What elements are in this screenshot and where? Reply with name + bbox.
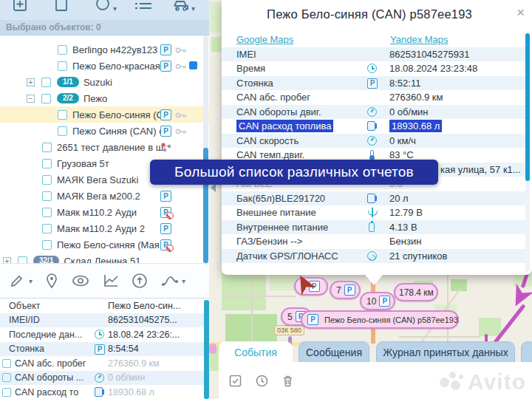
popup-row: Время 18.08.2024 23:23:48 xyxy=(222,61,525,76)
unit-list-scrollbar[interactable] xyxy=(203,35,208,263)
edit-pencil-button[interactable] xyxy=(9,273,25,289)
key-icon xyxy=(175,47,187,54)
unit-row[interactable]: Пежо Бело-красная P xyxy=(0,58,209,74)
battery-icon xyxy=(369,222,375,232)
info-row[interactable]: Объект Пежо Бело-син... xyxy=(0,299,204,313)
map-road xyxy=(399,336,480,338)
parking-badge-icon: P xyxy=(160,223,171,234)
map-distance-pill[interactable]: 178.4 км xyxy=(394,283,438,301)
chevron-down-icon[interactable]: ▾ xyxy=(191,4,195,13)
chevron-down-icon[interactable]: ▾ xyxy=(29,277,33,285)
unit-checkbox[interactable] xyxy=(58,61,67,71)
chart-button[interactable] xyxy=(103,273,119,288)
chevron-down-icon[interactable]: ▾ xyxy=(113,4,117,13)
map-unit-pill[interactable]: P Пежо Бело-синяя (CAN) p587ee193 xyxy=(301,310,459,329)
info-panel-scrollbar[interactable] xyxy=(204,300,209,399)
row-label: CAN абс. пробег xyxy=(236,92,310,103)
group-checkbox[interactable] xyxy=(41,78,51,87)
info-row[interactable]: CAN обороты ... 0 об/мин xyxy=(0,371,204,386)
tab-partial[interactable] xyxy=(521,341,532,363)
info-row[interactable]: Последние дан... 18.08.24 23:26:... xyxy=(0,327,204,342)
row-label: IMEI xyxy=(236,49,256,60)
selection-circle-button[interactable] xyxy=(95,0,111,13)
popup-scrollbar[interactable] xyxy=(525,33,530,272)
unit-tooltip-popup: Пежо Бело-синяя (CAN) p587ee193 × Google… xyxy=(222,0,532,275)
map-road xyxy=(222,296,296,297)
distance-label: 178.4 км xyxy=(399,287,434,298)
map-road xyxy=(251,272,253,344)
unit-label: 2651 тест давление в ш xyxy=(57,142,163,153)
delete-trash-icon[interactable] xyxy=(282,375,293,387)
group-row[interactable]: − 2/2 Пежо xyxy=(0,90,209,106)
unit-label: Маяк м110.2 Ауди xyxy=(57,207,137,218)
unit-row-selected[interactable]: Пежо Бело-синяя (С P xyxy=(0,106,209,123)
sensor-checkbox[interactable] xyxy=(2,359,11,368)
unit-row[interactable]: Пежо Бело-синяя (Мая P xyxy=(0,236,209,253)
key-icon xyxy=(175,128,187,135)
close-icon[interactable]: × xyxy=(516,4,525,21)
sensor-checkbox[interactable] xyxy=(2,388,11,397)
popup-row: CAN абс. пробег 276360.9 км xyxy=(222,90,525,105)
chevron-down-icon[interactable]: ▾ xyxy=(182,277,185,285)
unit-pill-label: Пежо Бело-синяя (CAN) p587ee193 xyxy=(324,316,458,324)
row-value: 862531045275931 xyxy=(389,49,469,60)
unit-checkbox[interactable] xyxy=(58,126,67,136)
unit-label: Пежо Бело-красная xyxy=(72,61,160,72)
tab-events[interactable]: События xyxy=(219,341,293,363)
sensor-checkbox[interactable] xyxy=(2,373,11,382)
maps-links-row: Google Maps Yandex Maps xyxy=(222,33,525,47)
unit-row[interactable]: Маяк м110.2 Ауди P xyxy=(0,204,209,220)
add-unit-button[interactable] xyxy=(13,0,27,13)
time-filter-icon[interactable] xyxy=(256,375,268,387)
google-maps-link[interactable]: Google Maps xyxy=(236,34,293,45)
selection-rect-button[interactable] xyxy=(55,0,68,13)
unit-checkbox[interactable] xyxy=(42,191,52,201)
unit-row[interactable]: Пежо Синяя (CAN) с P xyxy=(0,123,209,139)
map-cluster-pill[interactable]: 7 P xyxy=(330,281,361,299)
map-cluster-pill[interactable]: 10 P xyxy=(360,292,395,310)
row-label: CAN обороты двиг. xyxy=(236,106,321,117)
cluster-count: 7 xyxy=(336,285,341,296)
unit-checkbox[interactable] xyxy=(42,208,52,217)
unit-checkbox[interactable] xyxy=(42,175,52,185)
eye-visibility-button[interactable] xyxy=(71,273,90,288)
track-route-button[interactable] xyxy=(160,273,180,288)
info-value: 18.08.24 23:26:... xyxy=(108,330,180,340)
unit-checkbox[interactable] xyxy=(58,110,67,120)
info-row[interactable]: CAN расход то 18930.68 л xyxy=(0,385,204,399)
unit-row[interactable]: 2651 тест давление в ш xyxy=(0,139,209,155)
row-value: Бензин xyxy=(389,236,421,247)
info-row[interactable]: Стоянка P 8:54:54 xyxy=(0,342,204,357)
list-view-button[interactable] xyxy=(134,0,153,13)
select-all-checkbox-icon[interactable] xyxy=(229,375,242,387)
scrollbar-thumb[interactable] xyxy=(525,33,530,181)
row-value: 0 об/мин xyxy=(389,106,429,117)
satellite-icon xyxy=(367,251,377,261)
info-row[interactable]: IMEI/ID 862531045275... xyxy=(0,313,204,328)
group-row[interactable]: + 1/1 Suzuki xyxy=(0,74,209,90)
avito-watermark: Avito xyxy=(440,369,526,395)
fuel-icon xyxy=(95,387,103,397)
expand-plus-icon[interactable]: + xyxy=(27,78,35,86)
yandex-maps-link[interactable]: Yandex Maps xyxy=(390,34,449,45)
info-label: Стоянка xyxy=(9,344,44,354)
collapse-minus-icon[interactable]: − xyxy=(27,95,35,103)
vehicle-filter-button[interactable] xyxy=(172,0,190,13)
unit-checkbox[interactable] xyxy=(58,45,67,55)
unit-checkbox[interactable] xyxy=(42,224,52,233)
unit-row[interactable]: МАЯК Вега м200.2 P xyxy=(0,188,209,204)
unit-checkbox[interactable] xyxy=(42,240,52,250)
export-upload-button[interactable] xyxy=(132,273,148,289)
unit-checkbox[interactable] xyxy=(42,159,52,168)
unit-row[interactable]: Маяк м110.2 Ауди 2 P xyxy=(0,220,209,236)
row-value: 276360.9 км xyxy=(389,92,443,103)
tab-messages[interactable]: Сообщения xyxy=(299,341,369,363)
unit-list: Berlingo н422ув123 P Пежо Бело-красная P… xyxy=(0,35,209,263)
location-pin-button[interactable] xyxy=(45,273,58,289)
unit-checkbox[interactable] xyxy=(42,143,52,152)
tab-journal[interactable]: Журнал принятых данных xyxy=(376,341,515,363)
unit-row[interactable]: Berlingo н422ув123 P xyxy=(0,41,209,58)
group-checkbox[interactable] xyxy=(41,94,51,103)
map-green-area xyxy=(479,318,501,336)
info-row[interactable]: CAN абс. пробег 276360.9 км xyxy=(0,356,204,371)
